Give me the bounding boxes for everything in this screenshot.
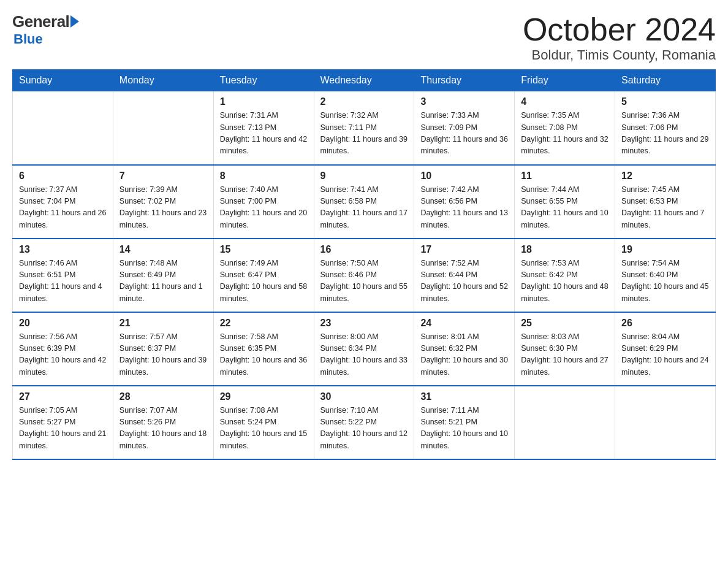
column-header-sunday: Sunday: [13, 70, 113, 91]
day-number: 18: [521, 244, 609, 255]
calendar-cell: 8Sunrise: 7:40 AMSunset: 7:00 PMDaylight…: [213, 165, 314, 239]
day-number: 19: [621, 244, 709, 255]
calendar-week-row: 13Sunrise: 7:46 AMSunset: 6:51 PMDayligh…: [13, 239, 716, 312]
day-info: Sunrise: 7:50 AMSunset: 6:46 PMDaylight:…: [320, 258, 408, 305]
calendar-cell: 7Sunrise: 7:39 AMSunset: 7:02 PMDaylight…: [113, 165, 213, 239]
calendar-cell: 15Sunrise: 7:49 AMSunset: 6:47 PMDayligh…: [213, 239, 314, 312]
day-number: 22: [220, 318, 308, 329]
page-header: General Blue October 2024 Boldur, Timis …: [12, 12, 716, 63]
day-info: Sunrise: 7:36 AMSunset: 7:06 PMDaylight:…: [621, 110, 709, 158]
calendar-cell: [113, 91, 213, 165]
day-info: Sunrise: 7:11 AMSunset: 5:21 PMDaylight:…: [420, 405, 508, 453]
day-info: Sunrise: 7:40 AMSunset: 7:00 PMDaylight:…: [220, 184, 308, 232]
day-info: Sunrise: 7:41 AMSunset: 6:58 PMDaylight:…: [320, 184, 408, 232]
calendar-cell: 30Sunrise: 7:10 AMSunset: 5:22 PMDayligh…: [314, 386, 414, 459]
calendar-cell: 19Sunrise: 7:54 AMSunset: 6:40 PMDayligh…: [615, 239, 716, 312]
day-info: Sunrise: 7:48 AMSunset: 6:49 PMDaylight:…: [119, 258, 207, 305]
day-info: Sunrise: 7:53 AMSunset: 6:42 PMDaylight:…: [521, 258, 609, 305]
calendar-cell: 28Sunrise: 7:07 AMSunset: 5:26 PMDayligh…: [113, 386, 213, 459]
day-number: 30: [320, 391, 408, 402]
calendar-cell: 24Sunrise: 8:01 AMSunset: 6:32 PMDayligh…: [414, 312, 515, 386]
day-number: 25: [521, 318, 609, 329]
day-number: 23: [320, 318, 408, 329]
calendar-cell: 5Sunrise: 7:36 AMSunset: 7:06 PMDaylight…: [615, 91, 716, 165]
calendar-cell: 4Sunrise: 7:35 AMSunset: 7:08 PMDaylight…: [515, 91, 615, 165]
month-title: October 2024: [523, 12, 716, 47]
day-info: Sunrise: 7:57 AMSunset: 6:37 PMDaylight:…: [119, 331, 207, 379]
day-number: 12: [621, 170, 709, 182]
calendar-cell: 26Sunrise: 8:04 AMSunset: 6:29 PMDayligh…: [615, 312, 716, 386]
calendar-cell: 12Sunrise: 7:45 AMSunset: 6:53 PMDayligh…: [615, 165, 716, 239]
column-header-friday: Friday: [515, 70, 615, 91]
calendar-cell: 29Sunrise: 7:08 AMSunset: 5:24 PMDayligh…: [213, 386, 314, 459]
day-info: Sunrise: 7:37 AMSunset: 7:04 PMDaylight:…: [19, 184, 107, 232]
calendar-cell: 27Sunrise: 7:05 AMSunset: 5:27 PMDayligh…: [13, 386, 113, 459]
day-info: Sunrise: 7:42 AMSunset: 6:56 PMDaylight:…: [420, 184, 508, 232]
day-info: Sunrise: 7:07 AMSunset: 5:26 PMDaylight:…: [119, 405, 207, 453]
day-info: Sunrise: 7:32 AMSunset: 7:11 PMDaylight:…: [320, 110, 408, 158]
calendar-week-row: 6Sunrise: 7:37 AMSunset: 7:04 PMDaylight…: [13, 165, 716, 239]
calendar-cell: 3Sunrise: 7:33 AMSunset: 7:09 PMDaylight…: [414, 91, 515, 165]
day-info: Sunrise: 8:03 AMSunset: 6:30 PMDaylight:…: [521, 331, 609, 379]
day-info: Sunrise: 7:58 AMSunset: 6:35 PMDaylight:…: [220, 331, 308, 379]
calendar-cell: 10Sunrise: 7:42 AMSunset: 6:56 PMDayligh…: [414, 165, 515, 239]
day-info: Sunrise: 8:00 AMSunset: 6:34 PMDaylight:…: [320, 331, 408, 379]
calendar-cell: 9Sunrise: 7:41 AMSunset: 6:58 PMDaylight…: [314, 165, 414, 239]
day-number: 4: [521, 96, 609, 107]
day-number: 28: [119, 391, 207, 402]
day-number: 13: [19, 244, 107, 255]
column-header-saturday: Saturday: [615, 70, 716, 91]
calendar-week-row: 20Sunrise: 7:56 AMSunset: 6:39 PMDayligh…: [13, 312, 716, 386]
calendar-week-row: 27Sunrise: 7:05 AMSunset: 5:27 PMDayligh…: [13, 386, 716, 459]
calendar-cell: 31Sunrise: 7:11 AMSunset: 5:21 PMDayligh…: [414, 386, 515, 459]
day-info: Sunrise: 8:01 AMSunset: 6:32 PMDaylight:…: [420, 331, 508, 379]
day-number: 16: [320, 244, 408, 255]
day-info: Sunrise: 8:04 AMSunset: 6:29 PMDaylight:…: [621, 331, 709, 379]
day-number: 31: [420, 391, 508, 402]
day-info: Sunrise: 7:35 AMSunset: 7:08 PMDaylight:…: [521, 110, 609, 158]
day-info: Sunrise: 7:44 AMSunset: 6:55 PMDaylight:…: [521, 184, 609, 232]
day-info: Sunrise: 7:08 AMSunset: 5:24 PMDaylight:…: [220, 405, 308, 453]
day-info: Sunrise: 7:39 AMSunset: 7:02 PMDaylight:…: [119, 184, 207, 232]
day-number: 6: [19, 170, 107, 182]
day-number: 10: [420, 170, 508, 182]
calendar-cell: 22Sunrise: 7:58 AMSunset: 6:35 PMDayligh…: [213, 312, 314, 386]
day-number: 29: [220, 391, 308, 402]
calendar-cell: 6Sunrise: 7:37 AMSunset: 7:04 PMDaylight…: [13, 165, 113, 239]
day-info: Sunrise: 7:45 AMSunset: 6:53 PMDaylight:…: [621, 184, 709, 232]
calendar-cell: 20Sunrise: 7:56 AMSunset: 6:39 PMDayligh…: [13, 312, 113, 386]
day-number: 21: [119, 318, 207, 329]
calendar-cell: 23Sunrise: 8:00 AMSunset: 6:34 PMDayligh…: [314, 312, 414, 386]
column-header-thursday: Thursday: [414, 70, 515, 91]
logo-blue-text: Blue: [13, 31, 43, 47]
logo: General Blue: [12, 12, 79, 47]
day-number: 11: [521, 170, 609, 182]
day-number: 20: [19, 318, 107, 329]
logo-arrow-icon: [70, 15, 79, 28]
day-info: Sunrise: 7:10 AMSunset: 5:22 PMDaylight:…: [320, 405, 408, 453]
day-number: 14: [119, 244, 207, 255]
calendar-table: SundayMondayTuesdayWednesdayThursdayFrid…: [12, 69, 716, 460]
day-number: 2: [320, 96, 408, 107]
title-section: October 2024 Boldur, Timis County, Roman…: [523, 12, 716, 63]
calendar-week-row: 1Sunrise: 7:31 AMSunset: 7:13 PMDaylight…: [13, 91, 716, 165]
column-header-tuesday: Tuesday: [213, 70, 314, 91]
day-info: Sunrise: 7:56 AMSunset: 6:39 PMDaylight:…: [19, 331, 107, 379]
calendar-cell: 21Sunrise: 7:57 AMSunset: 6:37 PMDayligh…: [113, 312, 213, 386]
day-number: 1: [220, 96, 308, 107]
day-number: 5: [621, 96, 709, 107]
day-info: Sunrise: 7:54 AMSunset: 6:40 PMDaylight:…: [621, 258, 709, 305]
day-number: 15: [220, 244, 308, 255]
calendar-cell: [13, 91, 113, 165]
day-number: 27: [19, 391, 107, 402]
column-header-monday: Monday: [113, 70, 213, 91]
calendar-cell: 25Sunrise: 8:03 AMSunset: 6:30 PMDayligh…: [515, 312, 615, 386]
calendar-cell: [615, 386, 716, 459]
calendar-cell: 17Sunrise: 7:52 AMSunset: 6:44 PMDayligh…: [414, 239, 515, 312]
calendar-cell: 14Sunrise: 7:48 AMSunset: 6:49 PMDayligh…: [113, 239, 213, 312]
day-info: Sunrise: 7:49 AMSunset: 6:47 PMDaylight:…: [220, 258, 308, 305]
calendar-cell: 16Sunrise: 7:50 AMSunset: 6:46 PMDayligh…: [314, 239, 414, 312]
column-header-wednesday: Wednesday: [314, 70, 414, 91]
day-number: 9: [320, 170, 408, 182]
logo-general-text: General: [12, 12, 69, 31]
